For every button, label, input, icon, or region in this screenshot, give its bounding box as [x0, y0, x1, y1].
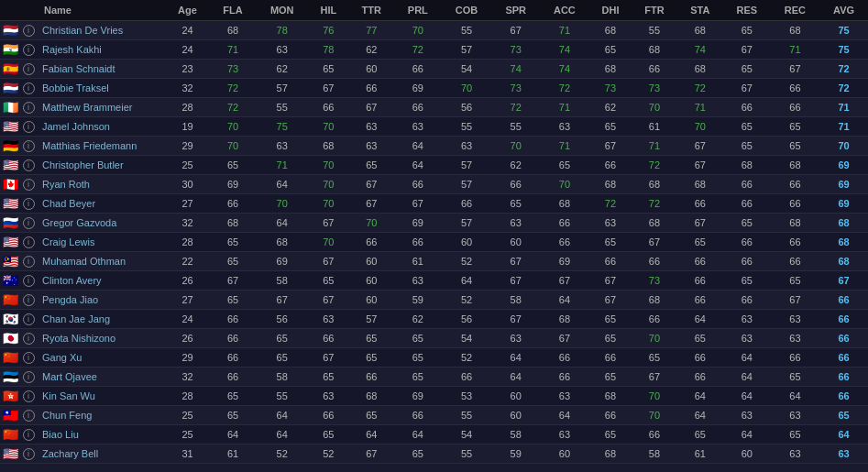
cell-ftr: 73 — [632, 79, 677, 98]
cell-icon: i — [20, 425, 37, 445]
info-icon[interactable]: i — [23, 159, 35, 171]
info-icon[interactable]: i — [23, 448, 35, 460]
col-spr: SPR — [492, 0, 540, 21]
table-row: 🇹🇼iChun Feng2565646665665560646670646363… — [0, 406, 868, 425]
info-icon[interactable]: i — [23, 371, 35, 383]
cell-dhi: 72 — [589, 194, 632, 214]
cell-acc: 67 — [540, 329, 589, 348]
cell-prl: 61 — [394, 252, 441, 271]
info-icon[interactable]: i — [23, 333, 35, 345]
cell-name: Christian De Vries — [37, 21, 165, 40]
cell-rec: 66 — [771, 79, 819, 98]
cell-ftr: 66 — [632, 425, 677, 445]
cell-fla: 65 — [210, 387, 256, 406]
cell-res: 66 — [723, 252, 771, 271]
cell-spr: 58 — [492, 291, 540, 310]
info-icon[interactable]: i — [23, 121, 35, 133]
info-icon[interactable]: i — [23, 256, 35, 268]
cell-mon: 62 — [256, 60, 308, 79]
info-icon[interactable]: i — [23, 352, 35, 364]
info-icon[interactable]: i — [23, 25, 35, 37]
cell-age: 27 — [165, 291, 210, 310]
cell-prl: 64 — [394, 156, 441, 175]
cell-rec: 66 — [771, 233, 819, 252]
cell-icon: i — [20, 233, 37, 252]
cell-age: 28 — [165, 98, 210, 117]
cell-dhi: 66 — [589, 252, 632, 271]
cell-name: Muhamad Othman — [37, 252, 165, 271]
info-icon[interactable]: i — [23, 198, 35, 210]
cell-rec: 64 — [771, 387, 819, 406]
info-icon[interactable]: i — [23, 63, 35, 75]
cell-prl: 69 — [394, 387, 441, 406]
info-icon[interactable]: i — [23, 294, 35, 306]
cell-hil: 66 — [308, 406, 348, 425]
cell-hil: 52 — [308, 445, 348, 464]
cell-cob: 55 — [441, 406, 491, 425]
info-icon[interactable]: i — [23, 179, 35, 191]
cell-ftr: 71 — [632, 137, 677, 156]
cell-flag: 🇺🇸 — [0, 233, 20, 252]
cell-sta: 65 — [677, 329, 723, 348]
cell-mon: 64 — [256, 425, 308, 445]
table-row: 🇮🇪iMatthew Brammeier28725566676656727162… — [0, 98, 868, 117]
cell-ttr: 67 — [348, 445, 394, 464]
info-icon[interactable]: i — [23, 390, 35, 402]
info-icon[interactable]: i — [23, 313, 35, 325]
cell-avg: 69 — [819, 175, 868, 194]
cell-res: 64 — [723, 348, 771, 368]
cell-ftr: 66 — [632, 60, 677, 79]
cell-ttr: 67 — [348, 175, 394, 194]
cell-name: Craig Lewis — [37, 233, 165, 252]
info-icon[interactable]: i — [23, 44, 35, 56]
info-icon[interactable]: i — [23, 82, 35, 94]
cell-fla: 68 — [210, 21, 256, 40]
cell-name: Clinton Avery — [37, 271, 165, 291]
table-row: 🇨🇳iBiao Liu25646465646454586365666564656… — [0, 425, 868, 445]
cell-sta: 64 — [677, 406, 723, 425]
cell-sta: 67 — [677, 214, 723, 233]
cell-icon: i — [20, 194, 37, 214]
table-body: 🇳🇱iChristian De Vries2468787677705567716… — [0, 21, 868, 464]
cell-icon: i — [20, 368, 37, 387]
cell-sta: 74 — [677, 40, 723, 60]
cell-spr: 73 — [492, 79, 540, 98]
cell-age: 29 — [165, 348, 210, 368]
info-icon[interactable]: i — [23, 410, 35, 422]
table-header: Name Age FLA MON HIL TTR PRL COB SPR ACC… — [0, 0, 868, 21]
cell-rec: 68 — [771, 214, 819, 233]
cell-cob: 57 — [441, 40, 491, 60]
cell-fla: 71 — [210, 40, 256, 60]
table-row: 🇨🇦iRyan Roth3069647067665766706868686666… — [0, 175, 868, 194]
cell-ftr: 61 — [632, 117, 677, 137]
cell-flag: 🇩🇪 — [0, 137, 20, 156]
info-icon[interactable]: i — [23, 217, 35, 229]
info-icon[interactable]: i — [23, 236, 35, 248]
cell-cob: 57 — [441, 214, 491, 233]
cell-dhi: 67 — [589, 137, 632, 156]
cell-icon: i — [20, 329, 37, 348]
info-icon[interactable]: i — [23, 102, 35, 114]
cell-fla: 65 — [210, 252, 256, 271]
cell-name: Jamel Johnson — [37, 117, 165, 137]
cell-hil: 65 — [308, 425, 348, 445]
info-icon[interactable]: i — [23, 275, 35, 287]
cell-fla: 72 — [210, 98, 256, 117]
cell-avg: 72 — [819, 60, 868, 79]
cell-acc: 63 — [540, 117, 589, 137]
cell-name: Bobbie Traksel — [37, 79, 165, 98]
cell-mon: 69 — [256, 252, 308, 271]
cell-cob: 60 — [441, 233, 491, 252]
cell-rec: 66 — [771, 348, 819, 368]
table-row: 🇺🇸iChristopher Butler2565717065645762656… — [0, 156, 868, 175]
info-icon[interactable]: i — [23, 429, 35, 441]
col-mon: MON — [256, 0, 308, 21]
info-icon[interactable]: i — [23, 140, 35, 152]
cell-name: Christopher Butler — [37, 156, 165, 175]
table-row: 🇯🇵iRyota Nishizono2666656665655463676570… — [0, 329, 868, 348]
cell-spr: 63 — [492, 214, 540, 233]
cell-fla: 72 — [210, 79, 256, 98]
table-row: 🇳🇱iChristian De Vries2468787677705567716… — [0, 21, 868, 40]
cell-res: 63 — [723, 329, 771, 348]
cell-icon: i — [20, 60, 37, 79]
